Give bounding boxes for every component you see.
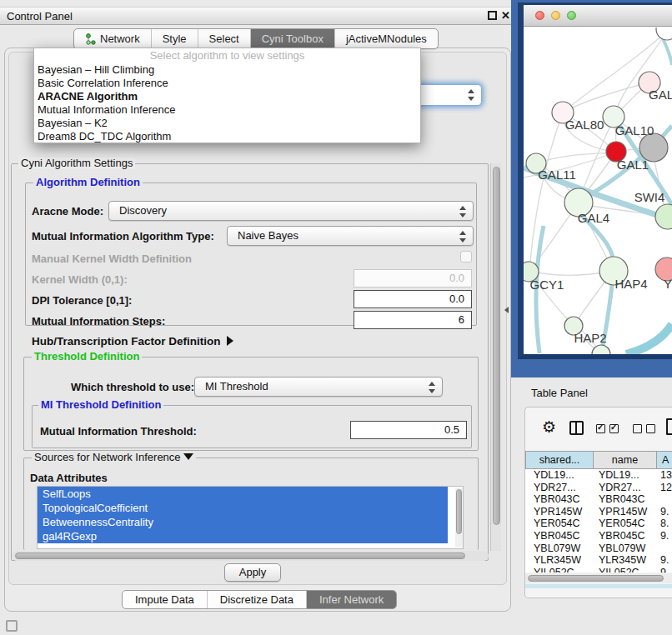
attribute-item-selected[interactable]: SelfLoops <box>38 487 448 501</box>
table-hscroll-thumb[interactable] <box>528 575 664 582</box>
zoom-traffic-light[interactable] <box>567 11 576 20</box>
settings-vscroll-thumb[interactable] <box>493 167 500 525</box>
mi-threshold-input[interactable]: 0.5 <box>350 421 467 439</box>
aracne-mode-combo[interactable]: Discovery <box>108 201 474 221</box>
network-window-titlebar[interactable] <box>524 5 672 27</box>
popup-item[interactable]: Dream8 DC_TDC Algorithm <box>34 130 420 143</box>
popup-item[interactable]: Bayesian – K2 <box>34 117 420 130</box>
mi-type-combo[interactable]: Naive Bayes <box>227 226 474 246</box>
kernel-width-label: Kernel Width (0,1): <box>32 273 128 286</box>
node-label: GAL10 <box>615 123 654 138</box>
settings-hscroll-thumb[interactable] <box>15 552 465 559</box>
which-threshold-label: Which threshold to use: <box>71 381 194 393</box>
control-panel-tabbar: Network Style Select Cyni Toolbox jActiv… <box>73 28 439 49</box>
mi-threshold-label: Mutual Information Threshold: <box>40 425 197 438</box>
network-icon <box>85 33 96 45</box>
control-panel-titlebar: Control Panel ✕ <box>0 7 511 25</box>
document-icon[interactable] <box>666 418 672 435</box>
apply-button[interactable]: Apply <box>224 563 281 582</box>
node-swi4[interactable] <box>655 204 672 229</box>
popup-item[interactable]: Bayesian – Hill Climbing <box>34 63 420 77</box>
gear-icon[interactable]: ⚙ <box>542 418 556 437</box>
algorithm-definition-title: Algorithm Definition <box>33 177 143 188</box>
column-header-name[interactable]: name <box>594 451 657 469</box>
table-row[interactable]: YDL19...YDL19...13 <box>525 469 672 482</box>
inference-algorithm-combo-fragment[interactable] <box>415 84 482 106</box>
popup-item[interactable]: Basic Correlation Inference <box>34 77 420 90</box>
table-footer-strip <box>525 584 672 588</box>
minimize-traffic-light[interactable] <box>551 11 560 20</box>
which-threshold-combo[interactable]: MI Threshold <box>194 377 443 397</box>
data-attributes-list: SelfLoops TopologicalCoefficient Between… <box>37 486 464 549</box>
threshold-definition-title: Threshold Definition <box>32 351 142 362</box>
column-header-shared-name[interactable]: shared... <box>525 451 594 469</box>
table-row[interactable]: YLR345WYLR345W9. <box>525 554 672 567</box>
table-row[interactable]: YER054CYER054C8. <box>525 518 672 530</box>
tab-infer-network[interactable]: Infer Network <box>307 591 396 608</box>
node-label: Y <box>664 277 672 291</box>
combo-arrows-icon <box>429 381 436 394</box>
attribute-item-selected[interactable]: gal4RGexp <box>38 529 448 543</box>
mi-threshold-title: MI Threshold Definition <box>38 399 163 411</box>
table-horizontal-scrollbar[interactable] <box>525 573 672 583</box>
kernel-width-input[interactable]: 0.0 <box>354 269 472 288</box>
node-label: HAP2 <box>574 331 606 345</box>
settings-vertical-scrollbar[interactable] <box>490 163 501 551</box>
tab-jactivemnodules[interactable]: jActiveMNodules <box>335 29 438 48</box>
settings-horizontal-scrollbar[interactable] <box>12 551 489 561</box>
tab-cyni-toolbox[interactable]: Cyni Toolbox <box>251 29 335 48</box>
float-window-icon[interactable] <box>488 11 497 20</box>
mi-steps-input[interactable]: 6 <box>354 311 472 329</box>
node-label: GAL4 <box>578 211 609 225</box>
data-attributes-label: Data Attributes <box>30 472 108 484</box>
mi-type-label: Mutual Information Algorithm Type: <box>32 230 214 242</box>
node-label: HAP4 <box>614 277 647 291</box>
unchecked-box-icon[interactable] <box>633 424 642 433</box>
network-node-labels: GAL GAL80 GAL10 GAL1 GAL11 GAL4 SWI4 GCY… <box>530 88 672 345</box>
column-header-clipped[interactable]: A <box>657 451 672 469</box>
mi-steps-label: Mutual Information Steps: <box>32 315 165 328</box>
checked-box-icon[interactable] <box>596 424 605 433</box>
table-row[interactable]: YDR27...YDR27...12 <box>525 482 672 494</box>
table-row[interactable]: YBR045CYBR045C9. <box>525 530 672 542</box>
network-window[interactable]: GAL GAL80 GAL10 GAL1 GAL11 GAL4 SWI4 GCY… <box>518 2 672 359</box>
popup-item-selected[interactable]: ARACNE Algorithm <box>34 90 420 103</box>
hub-definition-toggle[interactable]: Hub/Transcription Factor Definition <box>32 335 233 348</box>
checked-box-icon[interactable] <box>609 424 619 433</box>
table-row[interactable]: YPR145WYPR145W9. <box>525 506 672 518</box>
table-row[interactable]: YBL079WYBL079W <box>525 542 672 555</box>
network-canvas[interactable]: GAL GAL80 GAL10 GAL1 GAL11 GAL4 SWI4 GCY… <box>524 28 672 354</box>
node-label: SWI4 <box>634 190 665 204</box>
cyni-settings-title: Cyni Algorithm Settings <box>18 158 135 169</box>
table-panel: ⚙ shared... name A YDL19...YDL19...13 YD… <box>524 407 672 598</box>
table-row[interactable]: YIL052CYIL052C9 <box>525 567 672 572</box>
tab-style[interactable]: Style <box>152 29 198 48</box>
tab-impute-data[interactable]: Impute Data <box>123 591 208 608</box>
attribute-item-selected[interactable]: TopologicalCoefficient <box>38 501 448 515</box>
manual-kernel-checkbox[interactable] <box>460 251 472 262</box>
node-label: GAL <box>649 88 672 102</box>
dpi-tolerance-input[interactable]: 0.0 <box>354 290 472 308</box>
unchecked-box-icon[interactable] <box>646 424 655 433</box>
tab-network[interactable]: Network <box>74 29 152 48</box>
combo-arrows-icon <box>459 205 467 218</box>
mini-window-icon[interactable] <box>6 620 18 632</box>
node[interactable] <box>592 345 610 354</box>
tab-discretize-data[interactable]: Discretize Data <box>208 591 307 608</box>
popup-item[interactable]: Mutual Information Inference <box>34 103 420 117</box>
tab-network-label: Network <box>100 29 140 48</box>
table-row[interactable]: YBR043CYBR043C <box>525 493 672 506</box>
close-traffic-light[interactable] <box>535 11 544 20</box>
list-scrollbar-thumb[interactable] <box>456 489 462 534</box>
dpi-tolerance-label: DPI Tolerance [0,1]: <box>32 294 132 307</box>
screen: Control Panel ✕ Network Style Select Cyn… <box>0 0 672 635</box>
sources-toggle[interactable]: Sources for Network Inference <box>32 452 196 463</box>
combo-arrows-icon <box>468 88 475 102</box>
list-scrollbar[interactable] <box>455 488 463 548</box>
table-panel-title: Table Panel <box>531 387 588 399</box>
panel-divider-arrow[interactable] <box>504 307 509 313</box>
close-icon[interactable]: ✕ <box>501 9 510 22</box>
column-visibility-icon[interactable] <box>569 421 584 435</box>
tab-select[interactable]: Select <box>198 29 251 48</box>
attribute-item-selected[interactable]: BetweennessCentrality <box>38 515 448 529</box>
